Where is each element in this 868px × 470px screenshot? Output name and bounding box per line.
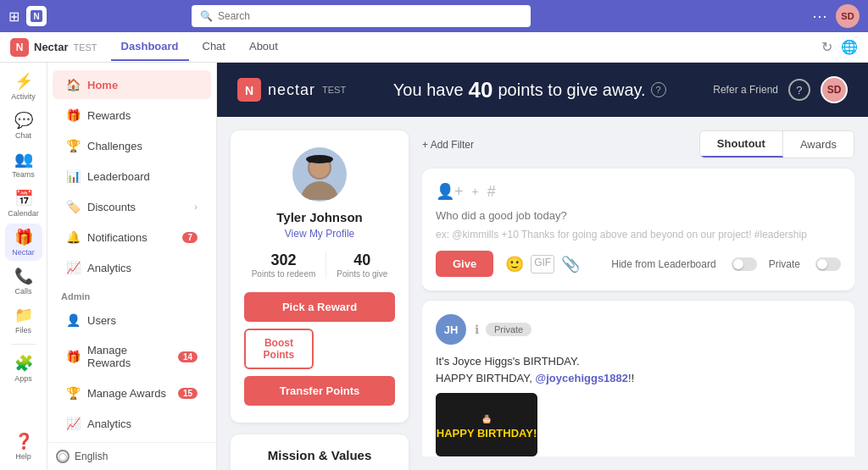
profile-name: Tyler Johnson: [276, 210, 362, 224]
mission-card: Mission & Values Mission & Values › #Sel…: [231, 434, 409, 470]
svg-point-5: [301, 181, 338, 200]
top-bar-left: ⊞ N: [8, 6, 47, 26]
emoji-icon[interactable]: 🙂: [505, 255, 524, 274]
icon-sidebar: ⚡ Activity 💬 Chat 👥 Teams 📅 Calendar 🎁 N…: [0, 63, 47, 470]
nav-label-manage-awards: Manage Awards: [87, 387, 166, 400]
tab-awards[interactable]: Awards: [783, 131, 854, 158]
nav-item-users[interactable]: 👤 Users: [53, 306, 211, 335]
feed-top-row: + Add Filter Shoutout Awards: [422, 130, 854, 158]
post-info-icon[interactable]: ℹ: [475, 323, 479, 336]
search-input[interactable]: [218, 10, 522, 22]
compose-box: 👤+ + # ex: @kimmills +10 Thanks for goin…: [422, 169, 854, 290]
compose-toggles: Hide from Leaderboard Private: [611, 257, 841, 271]
hide-leaderboard-toggle[interactable]: [732, 257, 757, 271]
tab-dashboard[interactable]: Dashboard: [111, 33, 189, 61]
sidebar-item-teams[interactable]: 👥 Teams: [5, 146, 42, 183]
nav-item-leaderboard[interactable]: 📊 Leaderboard: [53, 162, 211, 191]
private-toggle[interactable]: [815, 257, 841, 271]
transfer-points-button[interactable]: Transfer Points: [244, 376, 395, 406]
search-bar[interactable]: 🔍: [192, 5, 531, 27]
nav-bottom-language[interactable]: ◯ English: [47, 442, 216, 470]
private-label: Private: [769, 258, 800, 270]
files-icon: 📁: [14, 306, 33, 324]
tab-chat[interactable]: Chat: [192, 33, 236, 61]
add-filter-button[interactable]: + Add Filter: [422, 139, 474, 151]
view-profile-link[interactable]: View My Profile: [285, 228, 354, 240]
nectar-right: Refer a Friend ? SD: [713, 76, 848, 103]
user-avatar-top[interactable]: SD: [836, 4, 860, 28]
gif-icon[interactable]: GIF: [531, 255, 554, 274]
points-to-give-label: Points to give: [337, 269, 387, 279]
nav-item-discounts[interactable]: 🏷️ Discounts ›: [53, 192, 211, 221]
mission-card-title: Mission & Values: [244, 448, 395, 462]
nav-item-manage-rewards[interactable]: 🎁 Manage Rewards 14: [53, 336, 211, 377]
user-avatar-header[interactable]: SD: [821, 76, 848, 103]
compose-input[interactable]: [436, 209, 841, 222]
admin-section-title: Admin: [47, 283, 216, 305]
tab-shoutout[interactable]: Shoutout: [700, 131, 783, 158]
nav-item-analytics[interactable]: 📈 Analytics: [53, 253, 211, 282]
post-line2-prefix: HAPPY BIRTHDAY,: [436, 372, 536, 384]
sidebar-bottom: ❓ Help: [5, 428, 42, 465]
nav-item-manage-awards[interactable]: 🏆 Manage Awards 15: [53, 379, 211, 407]
nectar-logo-svg: N: [237, 78, 261, 102]
post-avatar: JH: [436, 314, 466, 345]
tab-about[interactable]: About: [239, 33, 288, 61]
nav-item-admin-analytics[interactable]: 📈 Analytics: [53, 409, 211, 438]
grid-icon[interactable]: ⊞: [8, 8, 19, 25]
nav-item-home[interactable]: 🏠 Home: [53, 70, 211, 99]
boost-points-button[interactable]: Boost Points: [244, 329, 314, 369]
tab-bar-brand: N Nectar TEST: [10, 38, 97, 57]
post-mention[interactable]: @joycehiggs1882: [536, 372, 629, 384]
manage-awards-badge: 15: [178, 388, 198, 399]
nav-item-notifications[interactable]: 🔔 Notifications 7: [53, 223, 211, 252]
nectar-header: N nectar TEST You have 40 points to give…: [217, 63, 868, 117]
post-line2: HAPPY BIRTHDAY, @joycehiggs1882!!: [436, 370, 841, 387]
top-bar-right: ⋯ SD: [812, 4, 860, 28]
refresh-icon[interactable]: ↻: [821, 39, 832, 55]
brand-name: Nectar: [34, 41, 68, 53]
private-badge: Private: [486, 323, 531, 336]
refer-friend-button[interactable]: Refer a Friend: [713, 84, 778, 96]
sidebar-item-activity[interactable]: ⚡ Activity: [5, 68, 42, 105]
sidebar-item-calendar[interactable]: 📅 Calendar: [5, 185, 42, 222]
plus-icon[interactable]: +: [472, 185, 479, 198]
attachment-icon[interactable]: 📎: [561, 255, 580, 274]
nav-item-rewards[interactable]: 🎁 Rewards: [53, 101, 211, 130]
nav-label-manage-rewards: Manage Rewards: [87, 344, 171, 369]
discounts-chevron: ›: [194, 202, 198, 212]
points-help-icon[interactable]: ?: [651, 82, 666, 97]
nav-label-challenges: Challenges: [87, 140, 142, 152]
header-help-icon[interactable]: ?: [788, 79, 810, 101]
sidebar-item-apps[interactable]: 🧩 Apps: [5, 350, 42, 387]
teams-icon: 👥: [14, 150, 33, 169]
action-row: Boost Points: [244, 329, 395, 369]
hashtag-icon[interactable]: #: [487, 183, 496, 201]
tab-bar-right: ↻ 🌐: [821, 39, 858, 55]
manage-rewards-icon: 🎁: [66, 350, 81, 363]
globe-icon[interactable]: 🌐: [841, 39, 858, 55]
give-button[interactable]: Give: [436, 251, 493, 277]
points-prefix: You have: [393, 80, 464, 100]
add-person-icon[interactable]: 👤+: [436, 182, 464, 201]
sidebar-item-calls[interactable]: 📞 Calls: [5, 263, 42, 300]
challenges-icon: 🏆: [66, 139, 81, 152]
main-columns: Tyler Johnson View My Profile 302 Points…: [217, 117, 868, 470]
sidebar-item-help[interactable]: ❓ Help: [5, 428, 42, 465]
activity-icon: ⚡: [14, 72, 33, 91]
sidebar-item-chat[interactable]: 💬 Chat: [5, 107, 42, 144]
pick-reward-button[interactable]: Pick a Reward: [244, 292, 395, 322]
home-icon: 🏠: [66, 78, 81, 91]
language-circle-icon: ◯: [56, 450, 70, 463]
svg-point-8: [306, 155, 333, 163]
chat-icon: 💬: [14, 111, 33, 130]
points-suffix: points to give away.: [498, 80, 645, 100]
sidebar-item-files[interactable]: 📁 Files: [5, 301, 42, 339]
left-profile-section: Tyler Johnson View My Profile 302 Points…: [231, 130, 409, 456]
sidebar-item-nectar[interactable]: 🎁 Nectar: [5, 224, 42, 261]
more-icon[interactable]: ⋯: [812, 7, 827, 25]
rewards-icon: 🎁: [66, 108, 81, 122]
points-to-give-stat: 40 Points to give: [337, 252, 387, 279]
nav-item-challenges[interactable]: 🏆 Challenges: [53, 131, 211, 160]
post-body: It's Joyce Higgs's BIRTHDAY. HAPPY BIRTH…: [436, 353, 841, 386]
